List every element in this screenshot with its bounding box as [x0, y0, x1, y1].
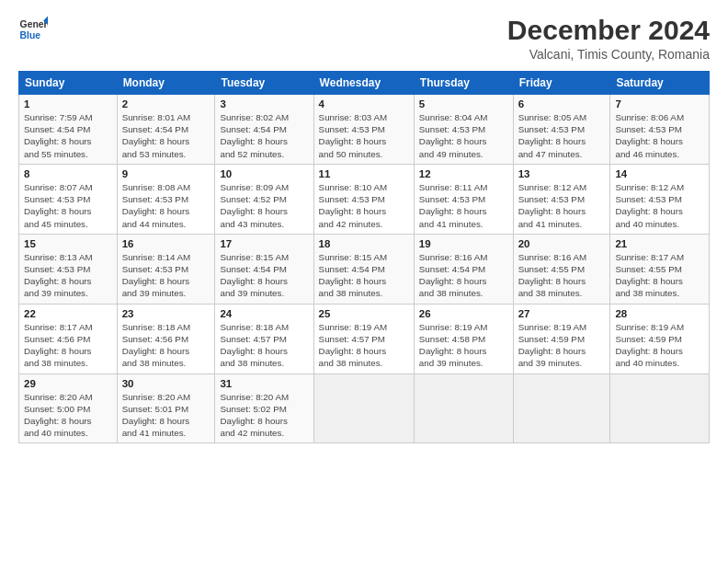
calendar-cell: 16Sunrise: 8:14 AM Sunset: 4:53 PM Dayli… [117, 234, 215, 304]
calendar-table: SundayMondayTuesdayWednesdayThursdayFrid… [18, 71, 710, 443]
day-number: 11 [319, 168, 409, 179]
day-number: 18 [319, 238, 409, 249]
calendar-cell: 1Sunrise: 7:59 AM Sunset: 4:54 PM Daylig… [19, 95, 118, 165]
day-detail: Sunrise: 8:17 AM Sunset: 4:56 PM Dayligh… [24, 321, 112, 370]
day-detail: Sunrise: 8:10 AM Sunset: 4:53 PM Dayligh… [319, 181, 409, 230]
day-number: 22 [24, 308, 112, 319]
day-number: 3 [220, 98, 308, 109]
calendar-cell: 20Sunrise: 8:16 AM Sunset: 4:55 PM Dayli… [513, 234, 610, 304]
day-detail: Sunrise: 8:04 AM Sunset: 4:53 PM Dayligh… [419, 111, 508, 160]
calendar-cell: 18Sunrise: 8:15 AM Sunset: 4:54 PM Dayli… [313, 234, 414, 304]
day-detail: Sunrise: 8:12 AM Sunset: 4:53 PM Dayligh… [518, 181, 606, 230]
calendar-cell: 30Sunrise: 8:20 AM Sunset: 5:01 PM Dayli… [117, 373, 215, 443]
day-detail: Sunrise: 8:07 AM Sunset: 4:53 PM Dayligh… [24, 181, 112, 230]
day-number: 2 [122, 98, 210, 109]
day-number: 28 [615, 308, 704, 319]
day-detail: Sunrise: 8:19 AM Sunset: 4:59 PM Dayligh… [615, 321, 704, 370]
day-detail: Sunrise: 8:20 AM Sunset: 5:01 PM Dayligh… [122, 391, 210, 440]
calendar-week-4: 22Sunrise: 8:17 AM Sunset: 4:56 PM Dayli… [19, 304, 710, 373]
day-number: 10 [220, 168, 308, 179]
header-cell-monday: Monday [117, 72, 215, 95]
header-cell-sunday: Sunday [19, 72, 118, 95]
header-cell-saturday: Saturday [610, 72, 710, 95]
day-number: 21 [615, 238, 704, 249]
day-number: 27 [518, 308, 606, 319]
day-number: 19 [419, 238, 508, 249]
day-detail: Sunrise: 8:01 AM Sunset: 4:54 PM Dayligh… [122, 111, 210, 160]
day-detail: Sunrise: 8:20 AM Sunset: 5:00 PM Dayligh… [24, 391, 112, 440]
day-detail: Sunrise: 8:15 AM Sunset: 4:54 PM Dayligh… [220, 251, 308, 300]
calendar-cell: 13Sunrise: 8:12 AM Sunset: 4:53 PM Dayli… [513, 164, 610, 234]
calendar-cell: 31Sunrise: 8:20 AM Sunset: 5:02 PM Dayli… [215, 373, 313, 443]
day-number: 24 [220, 308, 308, 319]
calendar-cell: 14Sunrise: 8:12 AM Sunset: 4:53 PM Dayli… [610, 164, 710, 234]
day-detail: Sunrise: 8:06 AM Sunset: 4:53 PM Dayligh… [615, 111, 704, 160]
day-detail: Sunrise: 7:59 AM Sunset: 4:54 PM Dayligh… [24, 111, 112, 160]
day-detail: Sunrise: 8:18 AM Sunset: 4:56 PM Dayligh… [122, 321, 210, 370]
calendar-cell: 17Sunrise: 8:15 AM Sunset: 4:54 PM Dayli… [215, 234, 313, 304]
day-number: 9 [122, 168, 210, 179]
header-cell-thursday: Thursday [414, 72, 513, 95]
day-detail: Sunrise: 8:13 AM Sunset: 4:53 PM Dayligh… [24, 251, 112, 300]
calendar-week-1: 1Sunrise: 7:59 AM Sunset: 4:54 PM Daylig… [19, 95, 710, 165]
svg-text:General: General [20, 19, 48, 29]
title-block: December 2024 Valcani, Timis County, Rom… [507, 15, 710, 62]
calendar-week-5: 29Sunrise: 8:20 AM Sunset: 5:00 PM Dayli… [19, 373, 710, 443]
calendar-cell: 8Sunrise: 8:07 AM Sunset: 4:53 PM Daylig… [19, 164, 118, 234]
day-detail: Sunrise: 8:05 AM Sunset: 4:53 PM Dayligh… [518, 111, 606, 160]
day-detail: Sunrise: 8:17 AM Sunset: 4:55 PM Dayligh… [615, 251, 704, 300]
calendar-cell: 15Sunrise: 8:13 AM Sunset: 4:53 PM Dayli… [19, 234, 118, 304]
calendar-cell: 12Sunrise: 8:11 AM Sunset: 4:53 PM Dayli… [414, 164, 513, 234]
calendar-cell: 21Sunrise: 8:17 AM Sunset: 4:55 PM Dayli… [610, 234, 710, 304]
header-cell-tuesday: Tuesday [215, 72, 313, 95]
calendar-body: 1Sunrise: 7:59 AM Sunset: 4:54 PM Daylig… [19, 95, 710, 443]
calendar-cell: 25Sunrise: 8:19 AM Sunset: 4:57 PM Dayli… [313, 304, 414, 373]
day-number: 30 [122, 378, 210, 389]
day-detail: Sunrise: 8:16 AM Sunset: 4:55 PM Dayligh… [518, 251, 606, 300]
calendar-cell: 26Sunrise: 8:19 AM Sunset: 4:58 PM Dayli… [414, 304, 513, 373]
header-cell-friday: Friday [513, 72, 610, 95]
day-detail: Sunrise: 8:18 AM Sunset: 4:57 PM Dayligh… [220, 321, 308, 370]
day-number: 5 [419, 98, 508, 109]
day-number: 29 [24, 378, 112, 389]
day-number: 16 [122, 238, 210, 249]
svg-text:Blue: Blue [20, 30, 41, 40]
day-detail: Sunrise: 8:09 AM Sunset: 4:52 PM Dayligh… [220, 181, 308, 230]
day-detail: Sunrise: 8:02 AM Sunset: 4:54 PM Dayligh… [220, 111, 308, 160]
day-number: 6 [518, 98, 606, 109]
header-cell-wednesday: Wednesday [313, 72, 414, 95]
day-detail: Sunrise: 8:11 AM Sunset: 4:53 PM Dayligh… [419, 181, 508, 230]
day-detail: Sunrise: 8:19 AM Sunset: 4:58 PM Dayligh… [419, 321, 508, 370]
day-number: 20 [518, 238, 606, 249]
calendar-cell: 3Sunrise: 8:02 AM Sunset: 4:54 PM Daylig… [215, 95, 313, 165]
calendar-cell: 10Sunrise: 8:09 AM Sunset: 4:52 PM Dayli… [215, 164, 313, 234]
day-number: 7 [615, 98, 704, 109]
calendar-cell [313, 373, 414, 443]
main-title: December 2024 [507, 15, 710, 45]
day-number: 26 [419, 308, 508, 319]
calendar-week-3: 15Sunrise: 8:13 AM Sunset: 4:53 PM Dayli… [19, 234, 710, 304]
day-number: 8 [24, 168, 112, 179]
day-number: 17 [220, 238, 308, 249]
calendar-cell [414, 373, 513, 443]
day-number: 4 [319, 98, 409, 109]
calendar-cell: 29Sunrise: 8:20 AM Sunset: 5:00 PM Dayli… [19, 373, 118, 443]
calendar-cell [610, 373, 710, 443]
logo-icon: General Blue [18, 15, 48, 44]
calendar-cell: 22Sunrise: 8:17 AM Sunset: 4:56 PM Dayli… [19, 304, 118, 373]
day-detail: Sunrise: 8:19 AM Sunset: 4:57 PM Dayligh… [319, 321, 409, 370]
day-number: 31 [220, 378, 308, 389]
day-number: 13 [518, 168, 606, 179]
calendar-cell: 7Sunrise: 8:06 AM Sunset: 4:53 PM Daylig… [610, 95, 710, 165]
day-detail: Sunrise: 8:19 AM Sunset: 4:59 PM Dayligh… [518, 321, 606, 370]
calendar-week-2: 8Sunrise: 8:07 AM Sunset: 4:53 PM Daylig… [19, 164, 710, 234]
calendar-cell: 11Sunrise: 8:10 AM Sunset: 4:53 PM Dayli… [313, 164, 414, 234]
calendar-cell: 6Sunrise: 8:05 AM Sunset: 4:53 PM Daylig… [513, 95, 610, 165]
calendar-cell: 24Sunrise: 8:18 AM Sunset: 4:57 PM Dayli… [215, 304, 313, 373]
day-number: 12 [419, 168, 508, 179]
page-header: General Blue December 2024 Valcani, Timi… [18, 15, 710, 62]
calendar-cell: 4Sunrise: 8:03 AM Sunset: 4:53 PM Daylig… [313, 95, 414, 165]
calendar-cell [513, 373, 610, 443]
day-number: 25 [319, 308, 409, 319]
day-number: 1 [24, 98, 112, 109]
